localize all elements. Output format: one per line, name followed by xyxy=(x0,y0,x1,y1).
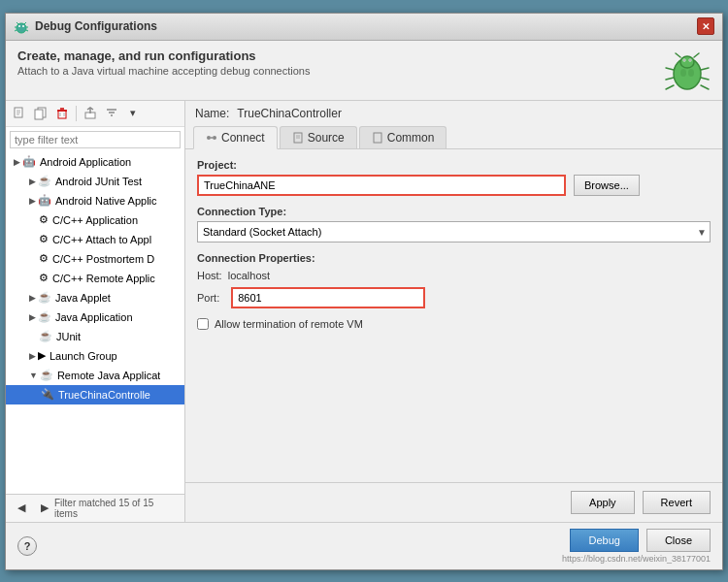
cpp-app-label: C/C++ Application xyxy=(52,214,138,226)
allow-termination-checkbox[interactable] xyxy=(197,318,209,330)
svg-line-3 xyxy=(17,22,18,24)
new-icon xyxy=(13,107,26,120)
export-icon xyxy=(83,107,97,120)
android-junit-icon: ☕ xyxy=(38,175,51,187)
revert-button[interactable]: Revert xyxy=(643,491,711,514)
svg-line-18 xyxy=(701,68,709,70)
tree-item-launch-group[interactable]: ▶ ▶ Launch Group xyxy=(6,346,184,366)
launch-icon: ▶ xyxy=(38,349,46,362)
duplicate-icon xyxy=(34,107,48,120)
tab-source[interactable]: Source xyxy=(280,126,357,148)
main-content: ▾ ▶ 🤖 Android Application ▶ ☕ Android JU… xyxy=(6,101,722,522)
svg-point-0 xyxy=(17,23,26,33)
close-dialog-button[interactable]: Close xyxy=(646,529,711,552)
action-bar: Apply Revert xyxy=(185,482,722,522)
svg-rect-30 xyxy=(35,110,43,119)
port-label: Port: xyxy=(197,292,219,304)
tree-item-android-native[interactable]: ▶ 🤖 Android Native Applic xyxy=(6,191,184,210)
source-tab-label: Source xyxy=(308,131,345,145)
apply-button[interactable]: Apply xyxy=(571,491,635,514)
scroll-right-button[interactable]: ▶ xyxy=(35,499,54,518)
bug-decoration xyxy=(664,47,711,96)
export-button[interactable] xyxy=(81,104,100,123)
expand-arrow-native: ▶ xyxy=(29,196,36,206)
title-bar: Debug Configurations ✕ xyxy=(6,14,722,41)
project-input[interactable] xyxy=(197,175,566,196)
expand-arrow: ▶ xyxy=(14,157,20,167)
port-input[interactable] xyxy=(231,287,425,308)
connection-type-select[interactable]: Standard (Socket Attach) xyxy=(197,221,711,242)
duplicate-button[interactable] xyxy=(31,104,50,123)
scroll-left-button[interactable]: ◀ xyxy=(12,499,31,518)
form-area: Project: Browse... Connection Type: Stan… xyxy=(185,149,722,482)
tree-item-android-app[interactable]: ▶ 🤖 Android Application xyxy=(6,152,184,172)
dropdown-button[interactable]: ▾ xyxy=(123,104,143,123)
tree-item-java-application[interactable]: ▶ ☕ Java Application xyxy=(6,307,184,327)
window-close-button[interactable]: ✕ xyxy=(697,17,714,35)
header-subtitle: Attach to a Java virtual machine accepti… xyxy=(17,65,310,77)
svg-line-7 xyxy=(15,30,17,31)
cpp-attach-label: C/C++ Attach to Appl xyxy=(52,234,151,245)
tree-item-android-junit[interactable]: ▶ ☕ Android JUnit Test xyxy=(6,172,184,191)
cpp-postmortem-icon: ⚙ xyxy=(39,252,49,265)
host-value: localhost xyxy=(228,270,270,281)
debug-icon xyxy=(14,18,29,34)
tree-item-java-applet[interactable]: ▶ ☕ Java Applet xyxy=(6,288,184,307)
browse-button[interactable]: Browse... xyxy=(574,175,640,196)
svg-point-41 xyxy=(207,136,211,140)
android-native-icon: 🤖 xyxy=(38,194,51,207)
android-app-icon: 🤖 xyxy=(22,155,36,168)
tree-item-junit[interactable]: ☕ JUnit xyxy=(6,327,184,346)
svg-rect-31 xyxy=(58,111,66,118)
android-junit-label: Android JUnit Test xyxy=(55,176,142,187)
filter-status: Filter matched 15 of 15 items xyxy=(54,498,179,519)
remote-java-label: Remote Java Applicat xyxy=(57,370,160,381)
svg-point-24 xyxy=(688,69,694,77)
common-tab-icon xyxy=(372,132,383,144)
name-row: Name: TrueChinaController xyxy=(185,101,722,126)
host-label: Host: xyxy=(197,270,222,281)
tree-item-cpp-app[interactable]: ⚙ C/C++ Application xyxy=(6,210,184,230)
svg-line-21 xyxy=(666,85,674,89)
new-config-button[interactable] xyxy=(10,104,29,123)
svg-point-10 xyxy=(680,56,694,68)
help-button[interactable]: ? xyxy=(17,536,37,556)
connection-type-label: Connection Type: xyxy=(197,206,711,217)
cpp-app-icon: ⚙ xyxy=(39,213,49,226)
left-toolbar: ▾ xyxy=(6,101,184,127)
svg-point-23 xyxy=(680,69,686,77)
svg-line-17 xyxy=(666,68,674,70)
tree-item-remote-java[interactable]: ▼ ☕ Remote Java Applicat xyxy=(6,366,184,385)
bug-icon-large xyxy=(664,47,711,93)
scroll-arrows: ◀ ▶ xyxy=(12,499,54,518)
tab-common[interactable]: Common xyxy=(359,126,447,148)
truechina-icon: 🔌 xyxy=(41,388,54,401)
delete-button[interactable] xyxy=(52,104,72,123)
tree-item-truechina[interactable]: 🔌 TrueChinaControlle xyxy=(6,385,184,404)
project-row: Browse... xyxy=(197,175,711,196)
port-row: Port: xyxy=(197,287,711,308)
cpp-postmortem-label: C/C++ Postmortem D xyxy=(52,253,154,265)
tree-item-cpp-remote[interactable]: ⚙ C/C++ Remote Applic xyxy=(6,269,184,288)
tab-connect[interactable]: Connect xyxy=(193,126,278,149)
junit-label: JUnit xyxy=(56,331,81,342)
expand-arrow-applet: ▶ xyxy=(29,293,36,303)
svg-line-8 xyxy=(26,30,28,31)
bottom-right-buttons: Debug Close xyxy=(570,529,711,552)
svg-line-22 xyxy=(701,85,709,89)
filter-input[interactable] xyxy=(10,131,181,148)
expand-arrow-junit: ▶ xyxy=(29,177,36,186)
android-app-label: Android Application xyxy=(40,156,131,168)
project-group: Project: Browse... xyxy=(197,159,711,196)
debug-button[interactable]: Debug xyxy=(570,529,638,552)
delete-icon xyxy=(55,107,69,120)
java-app-icon: ☕ xyxy=(38,310,51,323)
filter-button[interactable] xyxy=(102,104,121,123)
tree-item-cpp-postmortem[interactable]: ⚙ C/C++ Postmortem D xyxy=(6,249,184,269)
svg-point-42 xyxy=(213,136,216,140)
tabs-bar: Connect Source Common xyxy=(185,126,722,149)
tree-item-cpp-attach[interactable]: ⚙ C/C++ Attach to Appl xyxy=(6,230,184,249)
expand-arrow-launch: ▶ xyxy=(29,351,36,361)
java-app-label: Java Application xyxy=(55,311,133,323)
svg-point-14 xyxy=(689,59,690,60)
